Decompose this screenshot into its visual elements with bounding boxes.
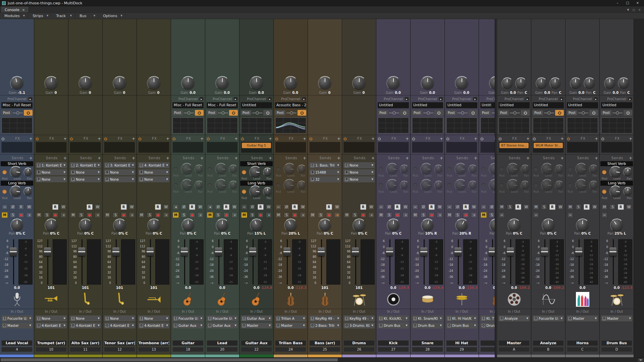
strip-button[interactable]: S bbox=[318, 212, 324, 218]
strip-button[interactable]: ·))) bbox=[26, 212, 32, 218]
send-level-knob[interactable] bbox=[182, 164, 192, 174]
send-level-knob[interactable] bbox=[250, 186, 260, 196]
midi-send-dropdown[interactable]: P None ▼ bbox=[70, 176, 101, 182]
output-dropdown[interactable]: O 4-Kontakt E ▼ bbox=[138, 322, 169, 328]
eq-thumbnail[interactable] bbox=[172, 117, 204, 133]
send-level-knob[interactable] bbox=[508, 164, 518, 174]
input-dropdown[interactable]: I Focusrite U: ▼ bbox=[207, 315, 238, 321]
prochannel-expand-icon[interactable]: ▶ bbox=[199, 97, 204, 101]
strip-button[interactable]: ·))) bbox=[95, 212, 101, 218]
strip-button[interactable]: ·))) bbox=[368, 212, 374, 218]
output-dropdown[interactable]: O Drum Bus ▼ bbox=[378, 322, 409, 328]
strip-button[interactable]: ·))) bbox=[163, 212, 169, 218]
strip-button[interactable]: Ø bbox=[181, 204, 187, 210]
volume-fader[interactable] bbox=[488, 238, 495, 285]
send-add-icon[interactable]: + bbox=[629, 156, 632, 161]
send-prepost-toggle[interactable] bbox=[2, 189, 7, 194]
fx-plugin[interactable]: BT Stereo Ima... bbox=[499, 143, 529, 148]
fx-add-icon[interactable]: + bbox=[303, 136, 306, 141]
midi-send-dropdown[interactable]: P None ▼ bbox=[36, 176, 67, 182]
strip-button[interactable]: ·))) bbox=[402, 212, 409, 218]
fx-bin[interactable] bbox=[172, 142, 204, 153]
strip-button[interactable]: S bbox=[541, 204, 547, 210]
strip-button[interactable]: W bbox=[231, 204, 237, 210]
fx-add-icon[interactable]: + bbox=[200, 136, 204, 141]
pan-knob[interactable] bbox=[319, 220, 331, 231]
volume-fader[interactable] bbox=[249, 238, 257, 285]
gain-knob[interactable] bbox=[11, 77, 23, 89]
strip-button[interactable]: M bbox=[378, 212, 384, 218]
strip-button[interactable]: M bbox=[207, 212, 213, 218]
eq-thumbnail[interactable] bbox=[480, 117, 495, 133]
strip-button[interactable]: ● bbox=[360, 212, 366, 218]
send-level-knob[interactable] bbox=[455, 164, 466, 174]
strip-button[interactable]: ·))) bbox=[197, 212, 203, 218]
send-level-knob[interactable] bbox=[387, 164, 397, 174]
strip-button[interactable]: R bbox=[87, 204, 93, 210]
output-dropdown[interactable]: O Master ▼ bbox=[1, 322, 33, 328]
fx-bin[interactable] bbox=[1, 142, 33, 153]
strip-button[interactable]: W bbox=[300, 204, 306, 210]
strip-button[interactable]: M bbox=[412, 212, 418, 218]
fx-power-icon[interactable] bbox=[138, 137, 143, 140]
fader-cap[interactable] bbox=[541, 247, 548, 256]
send-level-knob[interactable] bbox=[11, 167, 21, 177]
send-pan-knob[interactable] bbox=[522, 166, 529, 173]
fx-bin[interactable] bbox=[446, 142, 477, 153]
fx-bin[interactable] bbox=[480, 142, 495, 153]
send-pan-knob[interactable] bbox=[556, 182, 563, 189]
prochannel-power-button[interactable] bbox=[589, 110, 598, 116]
output-dropdown[interactable]: O 2-Bass: Trili ▼ bbox=[309, 322, 340, 328]
fx-power-icon[interactable] bbox=[1, 137, 6, 140]
strip-button[interactable]: S bbox=[352, 212, 358, 218]
input-dropdown[interactable]: I Focusrite U: ▼ bbox=[172, 315, 204, 321]
strip-button[interactable]: M bbox=[70, 212, 76, 218]
bus-name[interactable]: Master bbox=[498, 340, 530, 346]
strip-button[interactable]: ılıl bbox=[481, 204, 487, 210]
send-prepost-toggle[interactable] bbox=[242, 189, 246, 194]
fx-add-icon[interactable]: + bbox=[63, 136, 67, 141]
pan-knob-top[interactable] bbox=[550, 78, 560, 88]
prochannel-post-button[interactable]: Post bbox=[498, 110, 509, 115]
prochannel-preset[interactable]: Untitled bbox=[498, 102, 530, 108]
track-name[interactable]: Hi Hat bbox=[446, 340, 477, 346]
prochannel-post-button[interactable]: Post bbox=[480, 110, 491, 115]
midi-send-dropdown[interactable]: C 1: Bass: Tril ▼ bbox=[309, 162, 340, 168]
window-control-button[interactable]: × bbox=[633, 1, 642, 6]
output-dropdown[interactable]: O Drum Bus ▼ bbox=[446, 322, 477, 328]
scrollbar-thumb[interactable] bbox=[1, 358, 338, 361]
strip-button[interactable]: ● bbox=[258, 212, 264, 218]
fx-bin[interactable] bbox=[36, 142, 67, 153]
prochannel-preset[interactable]: Untitled bbox=[412, 102, 443, 108]
prochannel-preset[interactable]: Untitled bbox=[533, 102, 564, 108]
fx-power-icon[interactable] bbox=[36, 137, 40, 140]
send-add-icon[interactable]: + bbox=[166, 156, 169, 161]
output-dropdown[interactable]: O 4-Kontakt E ▼ bbox=[36, 322, 67, 328]
strip-button[interactable]: R bbox=[18, 204, 24, 210]
fx-power-icon[interactable] bbox=[70, 137, 74, 140]
send-pan-knob[interactable] bbox=[264, 169, 271, 176]
strip-button[interactable]: S bbox=[283, 212, 289, 218]
track-name[interactable]: Kick bbox=[378, 340, 409, 346]
strip-button[interactable]: S bbox=[249, 212, 255, 218]
send-level-knob[interactable] bbox=[542, 164, 552, 174]
fader-cap[interactable] bbox=[352, 247, 359, 256]
input-dropdown[interactable]: I Kt. Snare/Kt ▼ bbox=[412, 315, 443, 321]
send-pan-knob[interactable] bbox=[401, 166, 408, 173]
track-name[interactable]: Guitar bbox=[172, 340, 204, 346]
input-dropdown[interactable]: I None ▼ bbox=[70, 315, 101, 321]
send-add-icon[interactable]: + bbox=[474, 156, 477, 161]
send-prepost-toggle[interactable] bbox=[173, 183, 178, 187]
strip-button[interactable]: S bbox=[420, 212, 426, 218]
send-add-icon[interactable]: + bbox=[371, 156, 375, 161]
strip-button[interactable]: M bbox=[275, 212, 281, 218]
send-add-icon[interactable]: + bbox=[560, 156, 564, 161]
send-pan-knob[interactable] bbox=[230, 166, 237, 173]
menu-item[interactable]: Options ▼ bbox=[99, 13, 126, 19]
strip-button[interactable]: W bbox=[626, 204, 632, 210]
strip-button[interactable]: W bbox=[129, 204, 135, 210]
menu-item[interactable]: Strips ▼ bbox=[28, 13, 52, 19]
prochannel-post-button[interactable]: Post bbox=[241, 110, 251, 115]
strip-button[interactable]: W bbox=[523, 204, 529, 210]
send-pan-knob[interactable] bbox=[196, 166, 203, 173]
